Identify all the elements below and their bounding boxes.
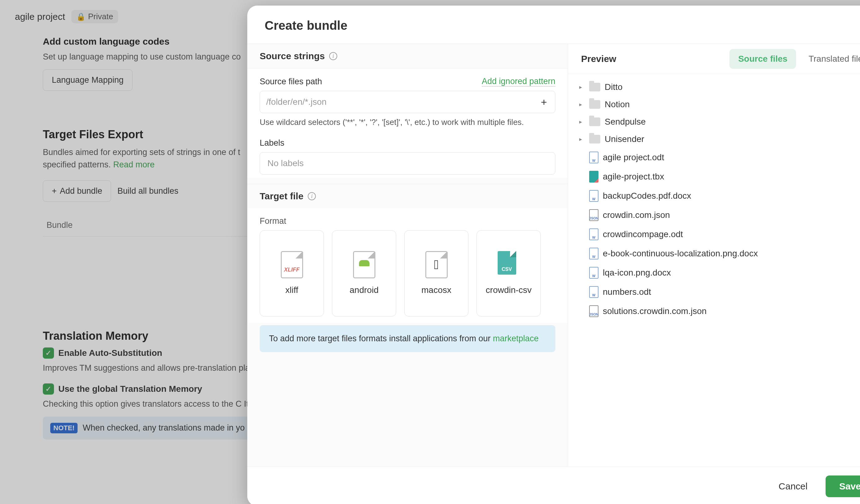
json-file-icon: JSON xyxy=(589,305,599,317)
chevron-right-icon: ▸ xyxy=(579,136,585,143)
folder-icon xyxy=(589,135,600,144)
format-card-label: crowdin-csv xyxy=(483,284,535,296)
format-card-label: macosx xyxy=(418,284,454,296)
labels-label: Labels xyxy=(260,138,555,148)
source-path-input-wrap: + xyxy=(260,91,555,113)
file-name: crowdin.com.json xyxy=(603,210,670,220)
folder-icon xyxy=(589,100,600,109)
labels-placeholder: No labels xyxy=(268,158,304,168)
file-name: agile project.odt xyxy=(603,152,664,162)
word-file-icon: W xyxy=(589,267,599,279)
format-card-xliff[interactable]: XLIFFxliff xyxy=(260,230,324,316)
file-row[interactable]: ▸JSONsolutions.crowdin.com.json xyxy=(577,301,860,321)
file-row[interactable]: ▸Wagile project.odt xyxy=(577,148,860,167)
file-name: agile-project.tbx xyxy=(603,172,664,182)
folder-name: Ditto xyxy=(605,82,623,92)
target-file-header: Target file xyxy=(260,191,303,202)
folder-name: Sendpulse xyxy=(605,117,646,127)
marketplace-link[interactable]: marketplace xyxy=(493,334,539,343)
file-row[interactable]: ▸Wnumbers.odt xyxy=(577,282,860,301)
crowdin-csv-icon: CSV xyxy=(498,251,520,278)
add-path-button[interactable]: + xyxy=(539,97,549,107)
source-path-label: Source files path xyxy=(260,77,482,87)
folder-name: Notion xyxy=(605,100,630,109)
file-name: numbers.odt xyxy=(603,287,651,297)
chevron-right-icon: ▸ xyxy=(579,84,585,90)
save-button[interactable]: Save xyxy=(826,475,860,497)
tab-translated-files[interactable]: Translated files xyxy=(800,49,860,69)
folder-row[interactable]: ▸Sendpulse xyxy=(577,113,860,131)
word-file-icon: W xyxy=(589,248,599,260)
format-label: Format xyxy=(260,216,555,226)
banner-text: To add more target files formats install… xyxy=(269,334,493,343)
file-row[interactable]: ▸WbackupCodes.pdf.docx xyxy=(577,186,860,206)
file-name: crowdincompage.odt xyxy=(603,229,683,239)
source-path-input[interactable] xyxy=(266,97,539,107)
folder-row[interactable]: ▸Notion xyxy=(577,96,860,113)
macosx-icon:  xyxy=(425,251,448,278)
wildcard-hint: Use wildcard selectors ('**', '*', '?', … xyxy=(260,118,555,127)
folder-name: Unisender xyxy=(605,134,644,144)
file-name: backupCodes.pdf.docx xyxy=(603,191,691,201)
labels-input[interactable]: No labels xyxy=(260,152,555,175)
preview-title: Preview xyxy=(581,54,724,64)
file-name: e-book-continuous-localization.png.docx xyxy=(603,249,758,258)
tab-source-files[interactable]: Source files xyxy=(729,49,796,69)
format-card-android[interactable]: android xyxy=(332,230,396,316)
word-file-icon: W xyxy=(589,228,599,240)
json-file-icon: JSON xyxy=(589,209,599,221)
chevron-right-icon: ▸ xyxy=(579,118,585,125)
format-card-label: android xyxy=(346,284,382,296)
info-icon[interactable]: i xyxy=(308,192,316,200)
file-name: lqa-icon.png.docx xyxy=(603,268,671,278)
file-row[interactable]: ▸We-book-continuous-localization.png.doc… xyxy=(577,244,860,263)
folder-row[interactable]: ▸Ditto xyxy=(577,78,860,96)
file-row[interactable]: ▸Wcrowdincompage.odt xyxy=(577,225,860,244)
file-row[interactable]: ▸JSONcrowdin.com.json xyxy=(577,206,860,225)
format-card-macosx[interactable]: macosx xyxy=(404,230,469,316)
info-icon[interactable]: i xyxy=(329,52,337,60)
file-row[interactable]: ▸Wlqa-icon.png.docx xyxy=(577,263,860,282)
word-file-icon: W xyxy=(589,286,599,298)
modal-title: Create bundle xyxy=(264,19,859,32)
create-bundle-modal: Create bundle ✕ Source strings i Source … xyxy=(247,5,860,504)
marketplace-banner: To add more target files formats install… xyxy=(260,325,555,352)
chevron-right-icon: ▸ xyxy=(579,101,585,108)
folder-icon xyxy=(589,118,600,126)
android-icon xyxy=(353,251,375,278)
file-name: solutions.crowdin.com.json xyxy=(603,306,707,316)
xliff-icon: XLIFF xyxy=(281,251,303,278)
format-card-crowdin-csv[interactable]: CSVcrowdin-csv xyxy=(476,230,541,316)
source-strings-header: Source strings xyxy=(260,51,325,61)
add-ignored-pattern-link[interactable]: Add ignored pattern xyxy=(482,77,555,87)
word-file-icon: W xyxy=(589,151,599,163)
format-card-label: xliff xyxy=(282,284,302,296)
folder-row[interactable]: ▸Unisender xyxy=(577,131,860,148)
cancel-button[interactable]: Cancel xyxy=(770,475,817,497)
tbx-file-icon xyxy=(589,171,599,182)
folder-icon xyxy=(589,83,600,91)
file-row[interactable]: ▸agile-project.tbx xyxy=(577,167,860,186)
word-file-icon: W xyxy=(589,190,599,202)
